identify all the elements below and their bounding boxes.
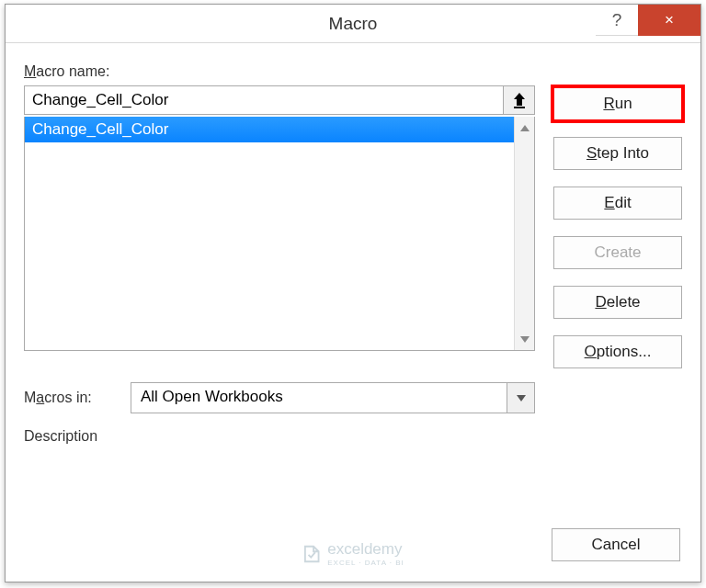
cancel-row: Cancel	[552, 528, 680, 561]
edit-button[interactable]: Edit	[553, 187, 682, 220]
description-label: Description	[24, 428, 535, 445]
close-button[interactable]: ×	[638, 5, 700, 36]
macros-in-value: All Open Workbooks	[131, 382, 507, 413]
delete-button[interactable]: Delete	[553, 286, 682, 319]
step-into-button[interactable]: Step Into	[553, 137, 682, 170]
scroll-up-icon[interactable]	[517, 119, 533, 136]
macros-in-dropdown[interactable]: All Open Workbooks	[131, 382, 535, 413]
scroll-down-icon[interactable]	[517, 331, 533, 347]
titlebar: Macro ? ×	[6, 5, 700, 43]
macro-list-container: Change_Cell_Color	[24, 117, 535, 351]
titlebar-buttons: ? ×	[596, 5, 700, 43]
macro-name-label: Macro name:	[24, 63, 535, 80]
dialog-body: Macro name: Change_Cell_Color	[6, 43, 700, 582]
create-button: Create	[553, 236, 682, 269]
help-button[interactable]: ?	[596, 5, 638, 36]
macro-name-row	[24, 85, 535, 115]
macros-in-row: Macros in: All Open Workbooks	[24, 382, 535, 413]
list-item[interactable]: Change_Cell_Color	[25, 117, 514, 142]
chevron-down-icon[interactable]	[507, 382, 535, 413]
main-column: Macro name: Change_Cell_Color	[24, 63, 535, 567]
options-button[interactable]: Options...	[553, 335, 682, 368]
arrow-up-icon	[513, 92, 526, 108]
macro-dialog: Macro ? × Macro name: Chan	[5, 4, 701, 582]
macro-list[interactable]: Change_Cell_Color	[25, 117, 514, 350]
upload-arrow-button[interactable]	[504, 85, 535, 115]
svg-rect-0	[514, 107, 525, 108]
macro-name-input[interactable]	[24, 85, 504, 115]
cancel-button[interactable]: Cancel	[552, 528, 680, 561]
scrollbar[interactable]	[514, 117, 534, 350]
button-column: Run Step Into Edit Create Delete Options…	[553, 63, 682, 567]
macros-in-label: Macros in:	[24, 390, 118, 406]
run-button[interactable]: Run	[553, 87, 682, 120]
